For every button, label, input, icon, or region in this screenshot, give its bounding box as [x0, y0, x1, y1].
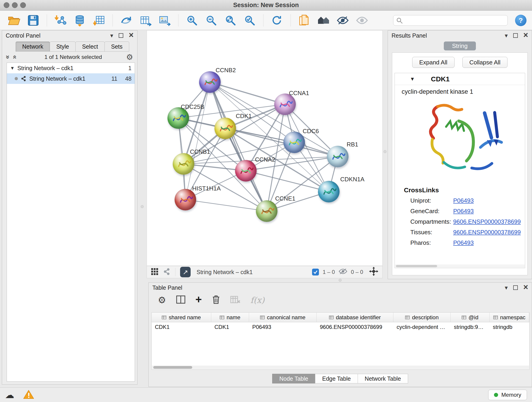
expand-all-icon[interactable]: «	[11, 55, 19, 59]
table-toolbar: ⚙ + f(x)	[149, 293, 532, 307]
node-CDK1[interactable]	[215, 118, 236, 139]
tab-style[interactable]: Style	[50, 41, 76, 51]
node-CDC6[interactable]	[283, 132, 305, 153]
crosshair-icon[interactable]	[369, 267, 378, 277]
maximize-panel-icon[interactable]	[513, 33, 518, 38]
tab-string[interactable]: String	[444, 41, 476, 51]
crosslink-link[interactable]: P06493	[453, 208, 474, 215]
horizontal-scrollbar[interactable]	[395, 264, 525, 268]
tree-row-collection[interactable]: ▼String Network – cdk11	[7, 63, 135, 73]
node-CCNB1[interactable]	[173, 153, 194, 175]
warning-icon[interactable]	[23, 390, 34, 400]
collapse-section-icon[interactable]: ▼	[410, 76, 415, 82]
table-cell: P06493	[249, 322, 317, 332]
node-CDKN1A[interactable]	[318, 181, 340, 202]
search-input[interactable]	[393, 15, 508, 26]
column-header-shared-name[interactable]: shared name	[152, 313, 211, 322]
add-column-icon[interactable]: +	[196, 293, 202, 306]
splitter-handle[interactable]	[384, 150, 386, 153]
new-table-icon[interactable]	[137, 13, 154, 28]
new-network-icon[interactable]	[118, 13, 135, 28]
node-HIST1H1A[interactable]	[175, 189, 196, 211]
open-session-icon[interactable]	[6, 13, 22, 28]
help-button[interactable]: ?	[515, 15, 526, 26]
home-icon[interactable]	[315, 13, 332, 28]
memory-button[interactable]: Memory	[488, 390, 527, 400]
network-canvas[interactable]: CCNB2CCNA1CDC25BCDK1CDC6RB1CCNB1CCNA2CDK…	[147, 30, 383, 266]
import-table-icon[interactable]	[90, 13, 108, 28]
tab-edge-table[interactable]: Edge Table	[315, 374, 358, 383]
hide-eye-icon[interactable]	[334, 13, 351, 28]
horizontal-scrollbar[interactable]	[152, 366, 529, 369]
delete-column-icon[interactable]	[212, 295, 220, 305]
float-panel-icon[interactable]: ▾	[505, 285, 508, 291]
selected-items-checkbox-icon[interactable]	[312, 269, 319, 275]
network-overview-icon[interactable]	[163, 268, 171, 276]
column-header-canonical-name[interactable]: canonical name	[249, 313, 317, 322]
crosslink-link[interactable]: P06493	[453, 197, 474, 204]
import-network-file-icon[interactable]	[52, 13, 69, 28]
collapse-all-button[interactable]: Collapse All	[462, 57, 508, 68]
column-header--id[interactable]: @id	[451, 313, 490, 322]
node-label-CCNA1: CCNA1	[289, 89, 309, 97]
zoom-fit-icon[interactable]	[222, 13, 239, 28]
column-header-description[interactable]: description	[393, 313, 451, 322]
splitter-handle[interactable]	[141, 205, 144, 208]
close-panel-icon[interactable]: ×	[129, 31, 133, 39]
float-panel-icon[interactable]: ▾	[505, 32, 508, 38]
crosslink-row-compartments-: Compartments:9606.ENSP00000378699	[395, 216, 525, 227]
network-options-gear-icon[interactable]: ⚙	[126, 52, 133, 62]
cloud-icon[interactable]: ☁	[5, 390, 14, 400]
export-image-icon[interactable]	[156, 13, 173, 28]
show-eye-icon[interactable]	[354, 13, 370, 28]
refresh-icon[interactable]	[268, 13, 285, 28]
column-header-namespac[interactable]: namespac	[490, 313, 529, 322]
tab-network-table[interactable]: Network Table	[358, 374, 408, 383]
copy-document-icon[interactable]	[296, 13, 313, 28]
zoom-in-icon[interactable]	[184, 13, 201, 28]
close-panel-icon[interactable]: ×	[523, 283, 528, 291]
status-bar: ☁ Memory	[0, 387, 532, 402]
crosslink-row-pharos-: Pharos:P06493	[395, 237, 525, 248]
zoom-selected-icon[interactable]	[241, 13, 258, 28]
show-columns-icon[interactable]	[176, 295, 185, 305]
crosslink-link[interactable]: 9606.ENSP00000378699	[453, 229, 521, 236]
grid-view-icon[interactable]	[151, 268, 158, 276]
node-CCNB2[interactable]	[199, 71, 221, 93]
table-row[interactable]: CDK1CDK1P064939606.ENSP00000378699cyclin…	[152, 322, 529, 332]
selected-counts: 1 – 0	[323, 269, 335, 275]
edge-CCNB2-HIST1H1A[interactable]	[185, 82, 210, 200]
edge-CCNB2-CCNA1[interactable]	[210, 82, 285, 104]
expand-all-button[interactable]: Expand All	[412, 57, 455, 68]
maximize-panel-icon[interactable]	[119, 33, 123, 38]
collapse-all-icon[interactable]: »	[4, 55, 12, 59]
node-CDC25B[interactable]	[167, 107, 189, 129]
node-RB1[interactable]	[327, 146, 348, 167]
tree-network-label: String Network – cdk1	[29, 75, 85, 82]
tree-expander-icon[interactable]: ▼	[10, 65, 15, 71]
edge-HIST1H1A-CCNE1[interactable]	[185, 200, 267, 211]
save-session-icon[interactable]	[25, 13, 42, 28]
tab-select[interactable]: Select	[75, 41, 104, 51]
tree-row-network[interactable]: String Network – cdk11148	[7, 73, 135, 84]
crosslink-row-tissues-: Tissues:9606.ENSP00000378699	[395, 227, 525, 237]
crosslink-link[interactable]: P06493	[453, 239, 474, 246]
hidden-eye-icon[interactable]	[339, 268, 347, 276]
node-CCNE1[interactable]	[256, 200, 278, 222]
close-panel-icon[interactable]: ×	[523, 31, 528, 39]
crosslink-link[interactable]: 9606.ENSP00000378699	[453, 218, 521, 225]
table-options-gear-icon[interactable]: ⚙	[158, 295, 166, 305]
zoom-out-icon[interactable]	[203, 13, 220, 28]
node-CCNA1[interactable]	[274, 94, 296, 115]
column-header-database-identifier[interactable]: database identifier	[317, 313, 393, 322]
tab-network[interactable]: Network	[16, 41, 50, 51]
import-network-database-icon[interactable]	[71, 13, 88, 28]
splitter-handle[interactable]	[339, 279, 342, 282]
maximize-panel-icon[interactable]	[513, 285, 518, 290]
export-view-button[interactable]: ↗	[180, 267, 191, 277]
tab-sets[interactable]: Sets	[104, 41, 129, 51]
column-header-name[interactable]: name	[211, 313, 249, 322]
node-CCNA2[interactable]	[235, 160, 257, 182]
tab-node-table[interactable]: Node Table	[272, 374, 315, 383]
float-panel-icon[interactable]: ▾	[110, 32, 113, 38]
